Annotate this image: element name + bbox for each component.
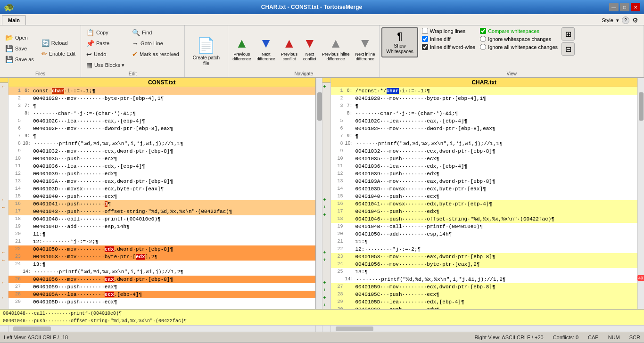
prev-conflict-button[interactable]: ▲ Previousconflict	[279, 34, 300, 63]
right-line-23: 23 00401053···mov·········eax,dword·ptr·…	[331, 253, 638, 261]
view-extra-btn1[interactable]: ⊞	[561, 27, 575, 41]
right-hscrollbar[interactable]	[331, 326, 638, 332]
left-line-19: 19 0040104D···add·········esp,14h¶	[8, 223, 315, 230]
right-pane-header: CHAR.txt	[331, 78, 638, 87]
save-as-button[interactable]: 💾Save as	[2, 54, 37, 65]
next-conflict-arrow: ▼	[303, 36, 316, 51]
right-line-16: 16 00401041···movsx·······edx,byte·ptr·[…	[331, 200, 638, 208]
create-patch-button[interactable]: 📄 Create patchfile	[189, 26, 224, 76]
help-button[interactable]: ?	[622, 16, 629, 24]
create-patch-label: Create patchfile	[193, 55, 220, 66]
right-line-19: 19 0040104B···call········printf·(004010…	[331, 223, 638, 230]
ribbon-group-navigate: ▲ Previousdifference ▼ Nextdifference ▲ …	[228, 25, 380, 77]
left-line-10: 10 00401035···push········ecx¶	[8, 155, 315, 163]
right-line-7: 7 9: ¶	[331, 132, 638, 140]
ignore-all-ws-checkbox[interactable]: Ignore all whitespace changes	[479, 43, 559, 50]
settings-icon[interactable]: ⚙	[632, 16, 638, 24]
left-line-5: 5 0040102C···lea·········eax,·[ebp-4]¶	[8, 117, 315, 125]
right-line-6: 6 0040102F···mov·········dword·ptr·[ebp-…	[331, 125, 638, 132]
horizontal-scroll-area	[0, 325, 644, 332]
next-conflict-button[interactable]: ▼ Nextconflict	[301, 34, 319, 63]
next-diff-arrow: ▼	[259, 36, 272, 51]
ribbon-group-view: ¶ ShowWhitespaces Wrap long lines Inline…	[380, 25, 644, 77]
find-button[interactable]: 🔍Find	[129, 27, 182, 38]
inline-diff-word-checkbox[interactable]: Inline diff word-wise	[421, 43, 476, 50]
goto-line-button[interactable]: →Goto Line	[129, 38, 182, 49]
left-view-status: Left View: ASCII CRLF / -18	[4, 335, 465, 340]
right-line-14: 14 0040103D···movsx·······ecx,byte·ptr·[…	[331, 185, 638, 193]
left-line-2: 2 00401028···mov·········byte·ptr·[ebp-4…	[8, 95, 315, 102]
right-line-11: 11 00401036···lea·········edx,·[ebp-4]¶	[331, 163, 638, 170]
open-button[interactable]: 📂Open	[2, 33, 37, 43]
wrap-long-lines-checkbox[interactable]: Wrap long lines	[421, 27, 476, 34]
right-line-27: 27 00401059···mov·········ecx,dword·ptr·…	[331, 283, 638, 291]
right-line-20: 20 00401050···add·········esp,14h¶	[331, 230, 638, 238]
files-group-label: Files	[2, 70, 79, 76]
right-pane-vscrollbar[interactable]: 49	[637, 78, 644, 309]
enable-edit-button[interactable]: ✏Enable Edit	[38, 49, 79, 59]
left-hscrollbar[interactable]	[8, 326, 316, 332]
tab-main[interactable]: Main	[2, 15, 26, 25]
minimize-button[interactable]: —	[609, 3, 619, 11]
num-indicator: NUM	[608, 335, 620, 340]
paste-button[interactable]: 📌Paste	[83, 38, 128, 49]
left-pane-vscrollbar[interactable]	[316, 78, 322, 309]
left-line-6: 6 0040102F···mov·········dword·ptr·[ebp-…	[8, 125, 315, 132]
left-line-8: 8 10: ········printf("%d,%d,%x,%x\n",i,*…	[8, 140, 315, 147]
left-pane-content[interactable]: 1 6: const·char·i·:=·-1;¶ 2 00401028···m…	[8, 87, 315, 309]
right-gutter: + + + + + + + + + +	[322, 78, 331, 309]
left-line-17: 17 00401043···push········offset·string·…	[8, 208, 315, 215]
left-line-26: 26 00401056···mov·········eax,dword·ptr·…	[8, 276, 315, 283]
app-logo: 🐢	[4, 2, 14, 12]
copy-button[interactable]: 📋Copy	[83, 27, 128, 38]
left-pane-header: CONST.txt	[8, 78, 315, 87]
undo-button[interactable]: ↩Undo	[83, 49, 128, 59]
inline-diff-checkbox[interactable]: Inline diff	[421, 35, 476, 42]
conflict-indicator: 49	[637, 275, 644, 281]
right-line-2: 2 00401028···mov·········byte·ptr·[ebp-4…	[331, 95, 638, 102]
right-diff-pane: CHAR.txt 1 6: /*const·*/char·i·:=·-1;¶ 2…	[331, 78, 638, 309]
left-line-9: 9 00401032···mov·········ecx,dword·ptr·[…	[8, 147, 315, 155]
right-line-17: 17 00401045···push········edx¶	[331, 208, 638, 215]
statusbar: Left View: ASCII CRLF / -18 Right View: …	[0, 332, 644, 342]
next-inline-diff-button[interactable]: ▼ Next inlinedifference	[353, 34, 377, 63]
prev-diff-arrow: ▲	[235, 36, 248, 51]
titlebar: 🐢 CHAR.txt - CONST.txt - TortoiseMerge —…	[0, 0, 644, 14]
compare-whitespaces-checkbox[interactable]: Compare whitespaces	[479, 27, 559, 34]
left-line-27: 27 00401059···push········eax¶	[8, 283, 315, 291]
close-button[interactable]: ✕	[631, 3, 640, 11]
maximize-button[interactable]: □	[620, 3, 629, 11]
right-pane-content[interactable]: 1 6: /*const·*/char·i·:=·-1;¶ 2 00401028…	[331, 87, 638, 309]
left-line-22: 22 00401050···mov·········edx,dword·ptr·…	[8, 245, 315, 253]
style-dropdown-icon[interactable]: ▾	[616, 17, 619, 24]
right-line-28: 28 0040105C···push········ecx¶	[331, 291, 638, 298]
prev-difference-button[interactable]: ▲ Previousdifference	[230, 34, 253, 63]
prev-inline-arrow: ▲	[329, 36, 342, 51]
left-line-12: 12 00401039···push········edx¶	[8, 170, 315, 178]
right-line-22: 22 12:·········*j·:=·2;¶	[331, 245, 638, 253]
left-line-1: 1 6: const·char·i·:=·-1;¶	[8, 87, 315, 95]
left-line-28: 28 0040105A···lea·········ecx,[ebp-4]¶	[8, 291, 315, 298]
right-view-status: Right View: ASCII CRLF / +20	[474, 335, 543, 340]
conflicts-status: Conflicts: 0	[553, 335, 578, 340]
next-difference-button[interactable]: ▼ Nextdifference	[255, 34, 278, 63]
preview-bar: 00401048···call·········printf·(004010e0…	[0, 309, 644, 325]
preview-line-1: 00401048···call·········printf·(004010e0…	[3, 311, 641, 316]
left-line-3: 3 7: ¶	[8, 102, 315, 110]
show-whitespaces-button[interactable]: ¶ ShowWhitespaces	[381, 27, 418, 57]
save-button[interactable]: 💾Save	[2, 43, 37, 54]
left-line-18: 18 00401048···call········printf·(004010…	[8, 215, 315, 223]
prev-conflict-arrow: ▲	[283, 36, 296, 51]
left-line-29: 29 0040105D···push········ecx¶	[8, 298, 315, 306]
use-blocks-button[interactable]: ▦Use Blocks ▾	[83, 60, 128, 70]
ignore-ws-changes-checkbox[interactable]: Ignore whitespace changes	[479, 35, 559, 42]
navigate-group-label: Navigate	[230, 70, 377, 76]
prev-inline-diff-button[interactable]: ▲ Previous inlinedifference	[320, 34, 352, 63]
reload-button[interactable]: 🔄Reload	[38, 38, 79, 48]
left-diff-pane: CONST.txt 1 6: const·char·i·:=·-1;¶ 2 00…	[8, 78, 316, 309]
mark-resolved-button[interactable]: ✔Mark as resolved	[129, 49, 182, 59]
view-extra-btn2[interactable]: ⊟	[561, 42, 575, 56]
edit-group-label: Edit	[83, 70, 182, 76]
patch-icon: 📄	[197, 36, 215, 54]
left-line-21: 21 12:·········*j·:=·2;¶	[8, 238, 315, 245]
